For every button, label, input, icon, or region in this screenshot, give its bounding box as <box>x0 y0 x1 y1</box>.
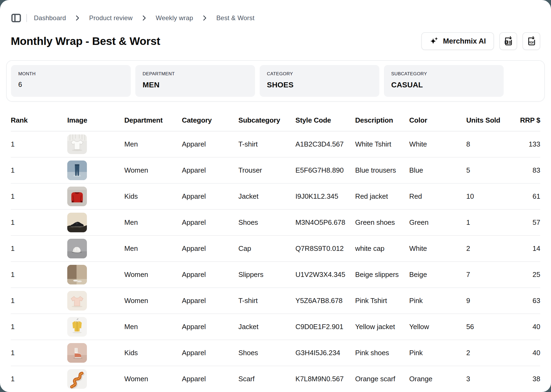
cell-rrp: 40 <box>511 340 540 366</box>
cell-image <box>67 366 124 392</box>
table-row: 1 Women Apparel Trouser E5F6G7H8.890 Blu… <box>11 157 540 183</box>
cell-subcategory: Cap <box>238 236 295 262</box>
cell-color: Pink <box>409 288 466 314</box>
cell-subcategory: Shoes <box>238 340 295 366</box>
cell-category: Apparel <box>182 366 238 392</box>
table-row: 1 Men Apparel Jacket C9D0E1F2.901 Yellow… <box>11 314 540 340</box>
filter-department[interactable]: DEPARTMENT MEN <box>135 65 255 97</box>
filter-category[interactable]: CATEGORY SHOES <box>260 65 379 97</box>
cell-units-sold: 2 <box>466 236 511 262</box>
svg-text:PDF: PDF <box>529 41 535 44</box>
cell-subcategory: Jacket <box>238 183 295 209</box>
cell-style-code: Y5Z6A7B8.678 <box>295 288 355 314</box>
column-header-department: Department <box>124 108 182 131</box>
cell-department: Men <box>124 236 182 262</box>
cell-image <box>67 314 124 340</box>
white-tshirt-photo <box>67 134 87 154</box>
filter-category-label: CATEGORY <box>267 71 372 77</box>
cell-category: Apparel <box>182 262 238 288</box>
pdf-download-icon: PDF <box>526 35 537 47</box>
cell-style-code: Q7R8S9T0.012 <box>295 236 355 262</box>
filter-subcategory-label: SUBCATEGORY <box>391 71 496 77</box>
cell-rrp: 63 <box>511 288 540 314</box>
cell-color: White <box>409 236 466 262</box>
cell-units-sold: 8 <box>466 131 511 157</box>
cell-description: Beige slippers <box>355 262 409 288</box>
cell-description: Pink shoes <box>355 340 409 366</box>
sidebar-toggle-button[interactable] <box>11 13 22 23</box>
cell-units-sold: 10 <box>466 183 511 209</box>
cell-rrp: 40 <box>511 314 540 340</box>
export-pdf-button[interactable]: PDF <box>522 32 540 50</box>
header-actions: Merchmix AI X <box>421 32 540 50</box>
filter-subcategory-value: CASUAL <box>391 81 496 89</box>
sidebar-panel-icon <box>11 14 21 22</box>
breadcrumb-item-best-worst[interactable]: Best & Worst <box>216 14 255 22</box>
table-row: 1 Women Apparel Scarf K7L8M9N0.567 Orang… <box>11 366 540 392</box>
chevron-right-icon <box>203 15 207 21</box>
merchmix-ai-button[interactable]: Merchmix AI <box>421 32 494 50</box>
cell-department: Women <box>124 366 182 392</box>
cell-image <box>67 157 124 183</box>
cell-units-sold: 56 <box>466 314 511 340</box>
cell-units-sold: 7 <box>466 262 511 288</box>
cell-color: Green <box>409 209 466 236</box>
cell-department: Kids <box>124 340 182 366</box>
merchmix-ai-label: Merchmix AI <box>443 37 486 45</box>
cell-rrp: 57 <box>511 209 540 236</box>
cell-category: Apparel <box>182 209 238 236</box>
cell-category: Apparel <box>182 314 238 340</box>
app-page: Dashboard Product review Weekly wrap Bes… <box>0 0 551 392</box>
cell-color: Red <box>409 183 466 209</box>
column-header-image: Image <box>67 108 124 131</box>
filter-subcategory[interactable]: SUBCATEGORY CASUAL <box>384 65 504 97</box>
column-header-units-sold: Units Sold <box>466 108 511 131</box>
white-cap-photo <box>67 239 87 258</box>
column-header-category: Category <box>182 108 238 131</box>
cell-image <box>67 262 124 288</box>
filter-month[interactable]: MONTH 6 <box>11 65 131 97</box>
column-header-rrp: RRP $ <box>511 108 540 131</box>
cell-style-code: M3N4O5P6.678 <box>295 209 355 236</box>
cell-units-sold: 2 <box>466 340 511 366</box>
breadcrumb-item-product-review[interactable]: Product review <box>89 14 133 22</box>
cell-category: Apparel <box>182 131 238 157</box>
breadcrumb-divider <box>26 14 27 22</box>
cell-department: Women <box>124 262 182 288</box>
products-table: Rank Image Department Category Subcatego… <box>11 108 540 392</box>
cell-subcategory: Jacket <box>238 314 295 340</box>
column-header-subcategory: Subcategory <box>238 108 295 131</box>
cell-style-code: G3H4I5J6.234 <box>295 340 355 366</box>
cell-rank: 1 <box>11 314 67 340</box>
cell-department: Men <box>124 314 182 340</box>
cell-subcategory: T-shirt <box>238 288 295 314</box>
breadcrumb-item-weekly-wrap[interactable]: Weekly wrap <box>156 14 193 22</box>
table-row: 1 Men Apparel T-shirt A1B2C3D4.567 White… <box>11 131 540 157</box>
cell-rrp: 14 <box>511 236 540 262</box>
cell-department: Men <box>124 131 182 157</box>
breadcrumb-item-dashboard[interactable]: Dashboard <box>34 14 66 22</box>
table-row: 1 Women Apparel T-shirt Y5Z6A7B8.678 Pin… <box>11 288 540 314</box>
excel-download-icon: X <box>503 35 514 47</box>
filter-bar: MONTH 6 DEPARTMENT MEN CATEGORY SHOES SU… <box>6 60 545 102</box>
cell-subcategory: Slippers <box>238 262 295 288</box>
cell-description: Blue trousers <box>355 157 409 183</box>
filter-department-label: DEPARTMENT <box>143 71 248 77</box>
table-body: 1 Men Apparel T-shirt A1B2C3D4.567 White… <box>11 131 540 392</box>
svg-text:X: X <box>506 41 507 44</box>
cell-department: Men <box>124 209 182 236</box>
orange-scarf-photo <box>67 369 87 389</box>
beige-slippers-photo <box>67 265 87 284</box>
pink-boot-photo <box>67 343 87 363</box>
cell-description: Pink Tshirt <box>355 288 409 314</box>
cell-description: Orange scarf <box>355 366 409 392</box>
cell-rank: 1 <box>11 209 67 236</box>
cell-color: Yellow <box>409 314 466 340</box>
cell-subcategory: Trouser <box>238 157 295 183</box>
cell-department: Women <box>124 288 182 314</box>
chevron-right-icon <box>142 15 146 21</box>
cell-category: Apparel <box>182 157 238 183</box>
export-excel-button[interactable]: X <box>499 32 517 50</box>
cell-rank: 1 <box>11 131 67 157</box>
cell-department: Women <box>124 157 182 183</box>
